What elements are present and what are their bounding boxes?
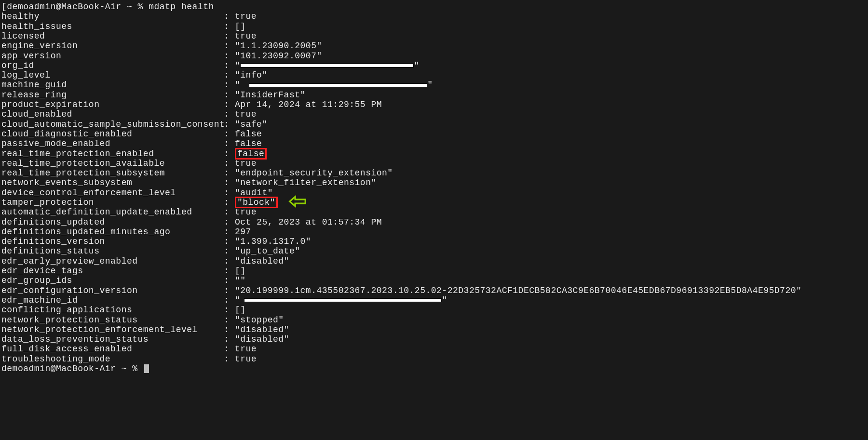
output-row-definitions_status: definitions_status : "up_to_date" xyxy=(1,246,868,256)
separator: : xyxy=(218,286,235,295)
shell-prompt: demoadmin@MacBook-Air ~ % xyxy=(1,364,143,373)
health-key: cloud_automatic_sample_submission_consen… xyxy=(1,120,218,129)
health-value: "stopped" xyxy=(235,315,284,325)
health-value: "endpoint_security_extension" xyxy=(235,168,393,178)
health-key: definitions_version xyxy=(1,237,218,246)
separator: : xyxy=(218,139,235,148)
redacted-suffix: " xyxy=(442,295,447,305)
separator: : xyxy=(218,217,235,227)
prompt-line-2[interactable]: demoadmin@MacBook-Air ~ % xyxy=(1,364,868,373)
output-row-machine_guid: machine_guid : "" xyxy=(1,80,868,90)
output-row-tamper_protection: tamper_protection : "block" xyxy=(1,198,868,207)
health-value: "101.23092.0007" xyxy=(235,51,322,61)
output-row-real_time_protection_subsystem: real_time_protection_subsystem : "endpoi… xyxy=(1,168,868,178)
output-row-definitions_updated: definitions_updated : Oct 25, 2023 at 01… xyxy=(1,217,868,227)
health-value: "disabled" xyxy=(235,334,289,344)
health-value: true xyxy=(235,12,257,21)
health-value: "up_to_date" xyxy=(235,246,300,256)
health-key: real_time_protection_available xyxy=(1,159,218,168)
health-key: device_control_enforcement_level xyxy=(1,188,218,198)
health-key: real_time_protection_enabled xyxy=(1,149,218,159)
health-key: edr_group_ids xyxy=(1,276,218,285)
output-row-edr_early_preview_enabled: edr_early_preview_enabled : "disabled" xyxy=(1,256,868,266)
separator: : xyxy=(218,227,235,237)
redacted-value xyxy=(244,298,442,302)
health-value: "1.399.1317.0" xyxy=(235,237,311,246)
health-key: licensed xyxy=(1,31,218,41)
health-key: product_expiration xyxy=(1,100,218,109)
output-row-network_protection_enforcement_level: network_protection_enforcement_level : "… xyxy=(1,325,868,334)
health-key: machine_guid xyxy=(1,80,218,90)
health-value: "info" xyxy=(235,70,268,80)
separator: : xyxy=(218,276,235,285)
health-value: "1.1.23090.2005" xyxy=(235,41,322,51)
health-value: "safe" xyxy=(235,120,268,129)
health-key: network_events_subsystem xyxy=(1,178,218,187)
output-row-log_level: log_level : "info" xyxy=(1,70,868,80)
health-value: "audit" xyxy=(235,188,273,198)
separator: : xyxy=(218,315,235,325)
output-row-app_version: app_version : "101.23092.0007" xyxy=(1,51,868,60)
health-key: edr_machine_id xyxy=(1,295,218,305)
output-row-licensed: licensed : true xyxy=(1,31,868,41)
health-value: true xyxy=(235,207,257,217)
output-row-definitions_updated_minutes_ago: definitions_updated_minutes_ago : 297 xyxy=(1,227,868,237)
output-row-data_loss_prevention_status: data_loss_prevention_status : "disabled" xyxy=(1,334,868,344)
separator: : xyxy=(218,22,235,31)
output-row-edr_configuration_version: edr_configuration_version : "20.199999.i… xyxy=(1,286,868,295)
health-key: definitions_updated xyxy=(1,217,218,227)
output-row-conflicting_applications: conflicting_applications : [] xyxy=(1,305,868,315)
output-row-edr_device_tags: edr_device_tags : [] xyxy=(1,266,868,276)
separator: : xyxy=(218,12,235,21)
health-key: edr_device_tags xyxy=(1,266,218,276)
health-value: false xyxy=(235,139,262,148)
highlighted-value: "block" xyxy=(235,197,278,208)
health-key: automatic_definition_update_enabled xyxy=(1,207,218,217)
health-key: cloud_enabled xyxy=(1,109,218,119)
output-row-release_ring: release_ring : "InsiderFast" xyxy=(1,90,868,100)
separator: : xyxy=(218,198,235,207)
separator: : xyxy=(218,31,235,41)
separator: : xyxy=(218,129,235,139)
separator: : xyxy=(218,354,235,364)
health-value: [] xyxy=(235,305,246,315)
separator: : xyxy=(218,159,235,168)
redacted-suffix: " xyxy=(427,80,433,90)
health-value: Apr 14, 2024 at 11:29:55 PM xyxy=(235,100,382,109)
output-row-cloud_enabled: cloud_enabled : true xyxy=(1,109,868,119)
health-key: passive_mode_enabled xyxy=(1,139,218,148)
health-key: conflicting_applications xyxy=(1,305,218,315)
output-row-real_time_protection_available: real_time_protection_available : true xyxy=(1,159,868,168)
separator: : xyxy=(218,100,235,109)
health-value: "" xyxy=(235,276,246,285)
output-row-health_issues: health_issues : [] xyxy=(1,22,868,31)
output-row-automatic_definition_update_enabled: automatic_definition_update_enabled : tr… xyxy=(1,207,868,217)
separator: : xyxy=(218,256,235,266)
separator: : xyxy=(218,305,235,315)
separator: : xyxy=(218,120,235,129)
redacted-value xyxy=(240,64,414,67)
health-key: definitions_updated_minutes_ago xyxy=(1,227,218,237)
separator: : xyxy=(218,70,235,80)
health-value: "disabled" xyxy=(235,256,289,266)
highlighted-value: false xyxy=(235,148,267,160)
health-key: log_level xyxy=(1,70,218,80)
separator: : xyxy=(218,207,235,217)
output-row-edr_group_ids: edr_group_ids : "" xyxy=(1,276,868,285)
separator: : xyxy=(218,109,235,119)
health-key: tamper_protection xyxy=(1,198,218,207)
terminal-window[interactable]: [demoadmin@MacBook-Air ~ % mdatp health … xyxy=(0,0,868,373)
health-key: app_version xyxy=(1,51,218,61)
health-value: 297 xyxy=(235,227,251,237)
health-key: engine_version xyxy=(1,41,218,51)
separator: : xyxy=(218,237,235,246)
redacted-prefix: " xyxy=(235,61,240,70)
health-key: network_protection_enforcement_level xyxy=(1,325,218,334)
output-row-troubleshooting_mode: troubleshooting_mode : true xyxy=(1,354,868,364)
health-value: true xyxy=(235,31,257,41)
output-row-edr_machine_id: edr_machine_id : "" xyxy=(1,295,868,305)
output-row-cloud_diagnostic_enabled: cloud_diagnostic_enabled : false xyxy=(1,129,868,139)
separator: : xyxy=(218,90,235,100)
output-row-product_expiration: product_expiration : Apr 14, 2024 at 11:… xyxy=(1,100,868,109)
health-key: healthy xyxy=(1,12,218,21)
